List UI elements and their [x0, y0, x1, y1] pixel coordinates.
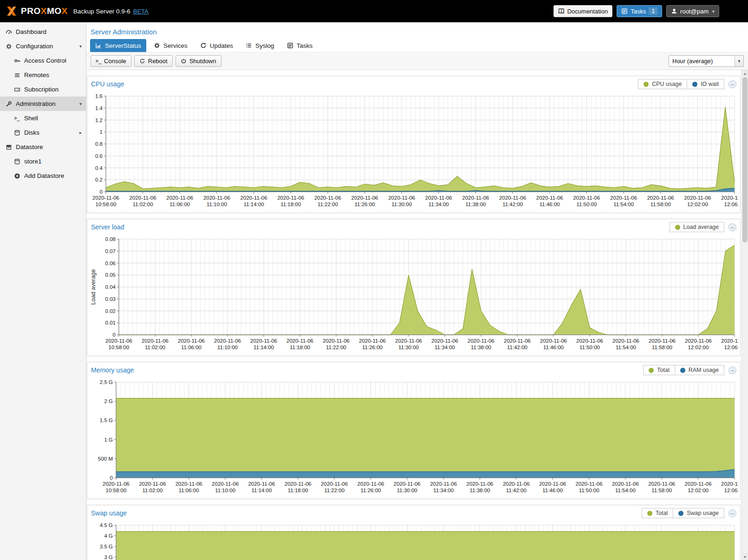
svg-text:11:14:00: 11:14:00 [251, 488, 272, 493]
tab-tasks[interactable]: Tasks [282, 39, 318, 52]
shutdown-button[interactable]: Shutdown [176, 55, 221, 67]
scrollbar-thumb[interactable] [742, 77, 748, 242]
sidebar-item-datastore[interactable]: Datastore [0, 140, 86, 154]
sidebar-item-label: Remotes [24, 72, 49, 78]
cpu-usage-panel: CPU usage CPU usageIO wait – 1.61.41.210… [87, 76, 741, 213]
legend-dot [644, 82, 649, 87]
sidebar-item-label: Administration [16, 100, 56, 107]
server-toolbar: >_ Console Reboot Shutdown Hour (average… [86, 52, 748, 70]
svg-text:11:50:00: 11:50:00 [579, 345, 600, 350]
svg-text:11:02:00: 11:02:00 [133, 202, 153, 207]
svg-text:12:06:00: 12:06:00 [724, 488, 738, 493]
tab-updates[interactable]: Updates [195, 39, 238, 52]
svg-text:11:26:00: 11:26:00 [361, 488, 381, 493]
console-button[interactable]: >_ Console [91, 55, 131, 67]
panel-title: CPU usage [91, 80, 124, 88]
tasks-button[interactable]: Tasks 1 [617, 5, 662, 17]
svg-text:2020-11-06: 2020-11-06 [648, 481, 675, 487]
svg-text:2020-11-06: 2020-11-06 [721, 338, 738, 344]
sidebar-item-disks[interactable]: Disks ▸ [0, 125, 86, 140]
panel-collapse-icon[interactable]: – [728, 80, 736, 88]
panel-collapse-icon[interactable]: – [728, 223, 736, 231]
sidebar-item-subscription[interactable]: Subscription [0, 82, 86, 97]
terminal-icon: >_ [96, 59, 101, 64]
svg-text:2020-11-06: 2020-11-06 [573, 195, 600, 201]
tree-expanded-arrow-icon[interactable]: ▾ [79, 44, 82, 49]
svg-text:2020-11-06: 2020-11-06 [139, 481, 166, 487]
chart-legend: Load average [670, 222, 724, 232]
beta-link[interactable]: BETA [133, 8, 149, 15]
svg-text:11:02:00: 11:02:00 [142, 488, 163, 493]
svg-text:10:58:00: 10:58:00 [109, 345, 130, 350]
svg-text:11:10:00: 11:10:00 [215, 488, 235, 493]
sidebar-item-add-datastore[interactable]: Add Datastore [0, 169, 86, 183]
tree-expanded-arrow-icon[interactable]: ▾ [79, 101, 82, 106]
svg-text:11:10:00: 11:10:00 [217, 345, 238, 350]
svg-text:11:30:00: 11:30:00 [391, 202, 412, 207]
svg-text:11:58:00: 11:58:00 [652, 345, 672, 350]
svg-text:2020-11-06: 2020-11-06 [92, 195, 119, 201]
svg-text:2020-11-06: 2020-11-06 [721, 481, 738, 487]
tab-services[interactable]: Services [149, 39, 193, 52]
svg-text:2020-11-06: 2020-11-06 [462, 195, 489, 201]
book-icon [558, 8, 565, 14]
svg-text:11:38:00: 11:38:00 [470, 488, 490, 493]
svg-text:11:46:00: 11:46:00 [543, 345, 564, 350]
legend-item: Load average [670, 222, 724, 232]
svg-text:12:06:00: 12:06:00 [724, 202, 738, 207]
scroll-up-arrow-icon[interactable]: ▲ [742, 70, 748, 77]
tab-label: Syslog [255, 42, 274, 49]
area-chart-icon [95, 42, 102, 49]
time-range-value: Hour (average) [669, 58, 735, 65]
svg-text:2020-11-06: 2020-11-06 [684, 195, 711, 201]
svg-text:2020-11-06: 2020-11-06 [721, 195, 738, 201]
nav-tree: Dashboard Configuration ▾ Access Control… [0, 22, 86, 560]
legend-dot [692, 82, 697, 87]
vertical-scrollbar[interactable]: ▲ ▼ [741, 70, 748, 560]
svg-text:2020-11-06: 2020-11-06 [504, 338, 531, 344]
svg-text:4 G: 4 G [104, 533, 113, 539]
tab-syslog[interactable]: Syslog [241, 39, 280, 52]
sidebar-item-label: Shell [24, 115, 38, 122]
tree-collapsed-arrow-icon[interactable]: ▸ [79, 130, 82, 135]
svg-text:11:10:00: 11:10:00 [207, 202, 227, 207]
sidebar-item-label: Access Control [24, 57, 66, 64]
svg-text:2020-11-06: 2020-11-06 [203, 195, 230, 201]
svg-text:2020-11-06: 2020-11-06 [576, 338, 603, 344]
shutdown-label: Shutdown [189, 58, 216, 65]
svg-text:2020-11-06: 2020-11-06 [130, 195, 156, 201]
sidebar-item-dashboard[interactable]: Dashboard [0, 25, 86, 39]
svg-text:2020-11-06: 2020-11-06 [286, 338, 313, 344]
task-list-icon [287, 42, 293, 49]
sidebar-item-configuration[interactable]: Configuration ▾ [0, 39, 86, 53]
sidebar-item-access-control[interactable]: Access Control [0, 53, 86, 68]
svg-text:2020-11-06: 2020-11-06 [314, 195, 341, 201]
legend-dot [675, 225, 680, 230]
documentation-label: Documentation [567, 8, 608, 15]
sidebar-item-label: Datastore [16, 143, 43, 150]
documentation-button[interactable]: Documentation [553, 5, 612, 17]
power-icon [181, 58, 187, 64]
time-range-select[interactable]: Hour (average) ▼ [669, 55, 744, 67]
svg-text:2020-11-06: 2020-11-06 [467, 481, 494, 487]
sidebar-item-shell[interactable]: >_ Shell [0, 111, 86, 125]
panel-collapse-icon[interactable]: – [728, 509, 736, 517]
tab-serverstatus[interactable]: ServerStatus [90, 39, 146, 52]
plus-circle-icon [13, 172, 21, 179]
scroll-down-arrow-icon[interactable]: ▼ [742, 553, 748, 560]
svg-text:12:02:00: 12:02:00 [688, 345, 709, 350]
panel-collapse-icon[interactable]: – [728, 366, 736, 374]
sidebar-item-remotes[interactable]: Remotes [0, 68, 86, 82]
svg-text:11:38:00: 11:38:00 [471, 345, 491, 350]
svg-text:0.03: 0.03 [105, 296, 116, 302]
svg-text:2020-11-06: 2020-11-06 [647, 195, 674, 201]
svg-text:0.2: 0.2 [95, 177, 103, 182]
memory-usage-chart: 2.5 G2 G1.5 G1 G500 M02020-11-0610:58:00… [87, 378, 740, 499]
panel-title: Memory usage [91, 366, 134, 374]
reboot-button[interactable]: Reboot [134, 55, 173, 67]
sidebar-item-label: Add Datastore [24, 172, 64, 179]
legend-item: RAM usage [675, 365, 724, 375]
sidebar-item-store1[interactable]: store1 [0, 154, 86, 169]
user-menu-button[interactable]: root@pam ▾ [666, 5, 719, 17]
sidebar-item-administration[interactable]: Administration ▾ [0, 97, 86, 111]
